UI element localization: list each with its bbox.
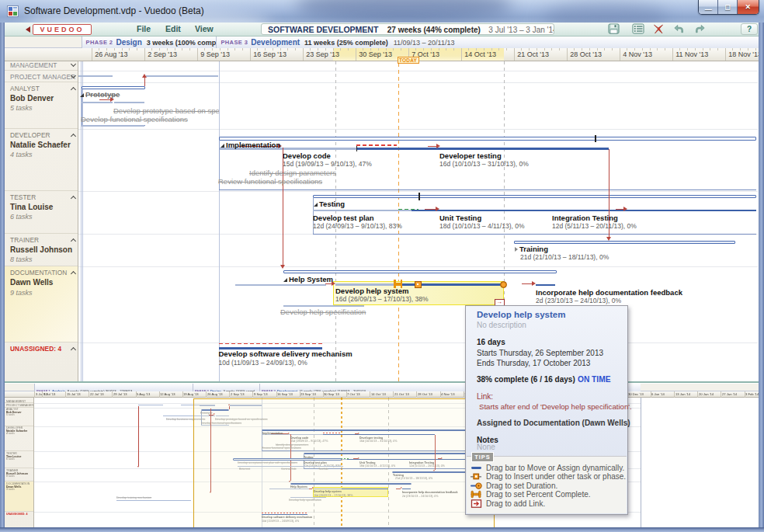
chevron-up-icon[interactable] bbox=[71, 194, 76, 200]
tip-row: Drag to set Percent Complete. bbox=[471, 490, 626, 499]
chevron-down-icon[interactable] bbox=[71, 62, 76, 68]
link-box-icon bbox=[471, 499, 484, 508]
maximize-button[interactable]: ◻ bbox=[718, 0, 737, 14]
minimap-week-separator bbox=[65, 391, 66, 398]
task-label-text: Unit Testing bbox=[439, 214, 481, 222]
task-label: Develop code bbox=[283, 151, 331, 160]
chevron-up-icon[interactable] bbox=[71, 346, 76, 351]
phase-segment-3[interactable]: PHASE 3Development11 weeks (25% complete… bbox=[216, 37, 759, 49]
task-bar[interactable] bbox=[146, 75, 218, 77]
task-bar[interactable] bbox=[114, 102, 144, 103]
project-progress: 27 weeks (44% complete) bbox=[387, 26, 481, 34]
minimap-sidebar-text: DEVELOPERNatalie Schaefer4 tasks bbox=[6, 426, 27, 435]
back-arrow-icon[interactable] bbox=[26, 26, 30, 33]
task-bar[interactable] bbox=[78, 75, 113, 77]
menu-edit[interactable]: Edit bbox=[165, 24, 181, 33]
insert-handle[interactable] bbox=[415, 281, 422, 288]
task-label: 16d (26/09/13 – 17/10/13), 38% bbox=[335, 295, 429, 303]
task-bar[interactable] bbox=[82, 125, 144, 127]
chevron-up-icon[interactable] bbox=[71, 132, 76, 137]
vuedoo-logo[interactable]: VUEDOO bbox=[33, 24, 92, 35]
collapse-triangle-icon[interactable] bbox=[80, 93, 84, 97]
day-tick bbox=[122, 48, 123, 50]
collapse-triangle-icon[interactable] bbox=[221, 144, 224, 148]
tips-badge: TIPS bbox=[472, 453, 493, 461]
sidebar-section-project-manager[interactable]: PROJECT MANAGER bbox=[5, 71, 78, 82]
task-label: 12d (24/09/13 – 9/10/13), 83% bbox=[313, 222, 402, 230]
percent-handle-bar[interactable] bbox=[394, 283, 402, 285]
sidebar-person-name: Natalie Schaefer bbox=[10, 141, 71, 149]
tooltip-duration: 16 days bbox=[477, 338, 505, 346]
minimap-week-label: 4 Nov '13 bbox=[441, 392, 454, 396]
help-system-group-bar[interactable] bbox=[283, 270, 557, 273]
sidebar-role-label: ANALYST bbox=[10, 85, 40, 92]
menu-view[interactable]: View bbox=[195, 24, 214, 33]
sidebar-section-management[interactable]: MANAGEMENT bbox=[5, 59, 78, 71]
help-button[interactable]: ? bbox=[741, 23, 758, 35]
undo-icon[interactable] bbox=[673, 23, 686, 35]
task-bar[interactable] bbox=[335, 283, 400, 286]
chevron-up-icon[interactable] bbox=[71, 85, 76, 91]
task-bar[interactable] bbox=[235, 284, 326, 286]
slippage-line bbox=[356, 144, 397, 146]
task-label: Develop software delivery mechanism bbox=[219, 349, 352, 358]
tooltip-task-name: Develop help system bbox=[477, 310, 565, 319]
sidebar-section-analyst[interactable]: ANALYSTBob Denver5 tasks bbox=[5, 82, 78, 129]
minimap-viewport[interactable] bbox=[193, 398, 495, 528]
collapse-triangle-icon[interactable] bbox=[283, 278, 287, 282]
training-group-bar[interactable] bbox=[514, 241, 736, 244]
overview-minimap[interactable]: PHASE 1Analysis8 weeks (100% complete) 3… bbox=[5, 381, 759, 528]
title-bar[interactable]: Software Development.vdp - Vuedoo (Beta)… bbox=[0, 0, 764, 23]
minimap-week-label: 20 Jan '14 bbox=[699, 392, 714, 396]
day-tick bbox=[212, 48, 213, 50]
day-tick bbox=[604, 48, 605, 50]
week-label: 21 Oct '13 bbox=[517, 50, 549, 58]
task-bar[interactable] bbox=[82, 102, 113, 103]
expand-triangle-icon[interactable] bbox=[515, 247, 518, 252]
chevron-down-icon[interactable] bbox=[71, 74, 76, 79]
testing-group-bar[interactable] bbox=[313, 195, 756, 199]
task-bar[interactable] bbox=[356, 148, 609, 150]
redo-icon[interactable] bbox=[693, 23, 706, 35]
task-bar[interactable] bbox=[536, 284, 555, 287]
chevron-up-icon[interactable] bbox=[71, 237, 76, 242]
minimap-week-label: 6 Jan '14 bbox=[651, 392, 665, 396]
day-tick bbox=[582, 48, 582, 50]
close-button[interactable]: ✕ bbox=[738, 0, 759, 14]
implementation-group-bar[interactable] bbox=[219, 137, 756, 141]
minimize-button[interactable]: — bbox=[699, 0, 718, 14]
duration-handle[interactable] bbox=[500, 281, 508, 289]
phase-tag: PHASE 2 bbox=[86, 39, 113, 46]
prototype-group-bar[interactable] bbox=[82, 86, 145, 90]
task-bar[interactable] bbox=[313, 210, 412, 212]
day-tick bbox=[679, 48, 680, 50]
tooltip-percent-complete: 38% complete (6 / 16 days) bbox=[477, 375, 575, 384]
sidebar-section-tester[interactable]: TESTERTina Louise6 tasks bbox=[5, 191, 78, 234]
collapse-triangle-icon[interactable] bbox=[314, 203, 318, 207]
sidebar-section-trainer[interactable]: TRAINERRussell Johnson8 tasks bbox=[5, 234, 78, 267]
menu-file[interactable]: File bbox=[137, 24, 151, 33]
sidebar-task-count: 4 tasks bbox=[10, 151, 33, 158]
day-tick bbox=[453, 48, 454, 50]
chevron-up-icon[interactable] bbox=[71, 269, 76, 275]
day-tick bbox=[340, 48, 341, 50]
minimap-sidebar-text: PROJECT MANAGER bbox=[6, 404, 33, 407]
app-icon bbox=[7, 5, 19, 17]
project-summary-box[interactable]: SOFTWARE DEVELOPMENT 27 weeks (44% compl… bbox=[261, 23, 554, 36]
task-label-text: Develop software delivery mechanism bbox=[219, 349, 352, 358]
day-tick bbox=[695, 48, 696, 50]
phase-name: Design bbox=[116, 38, 141, 47]
task-bar[interactable] bbox=[412, 210, 756, 212]
sidebar-section-developer[interactable]: DEVELOPERNatalie Schaefer4 tasks bbox=[5, 129, 78, 191]
sidebar-section-unassigned[interactable]: UNASSIGNED: 4 bbox=[5, 342, 78, 383]
week-separator bbox=[672, 48, 673, 61]
save-icon[interactable] bbox=[608, 23, 620, 35]
sidebar-section-documentation[interactable]: DOCUMENTATIONDawn Wells9 tasks bbox=[5, 266, 78, 342]
task-label-text: 15d (19/09/13 – 9/10/13), 47% bbox=[283, 160, 372, 168]
delete-icon[interactable] bbox=[652, 23, 665, 35]
day-tick bbox=[748, 48, 748, 50]
details-icon[interactable] bbox=[632, 23, 644, 35]
link-arrow bbox=[142, 74, 147, 78]
minimap-extra-bar bbox=[116, 500, 191, 501]
phase-segment-2[interactable]: PHASE 2Design3 weeks (100% compl... bbox=[82, 37, 217, 49]
